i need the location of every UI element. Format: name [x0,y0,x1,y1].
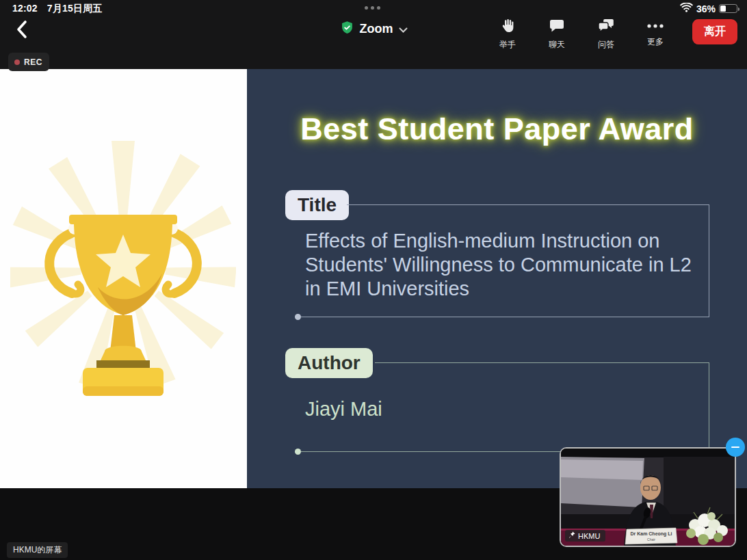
app-title: Zoom [360,22,393,36]
raise-hand-button[interactable]: 举手 [493,18,523,51]
author-box-dot [295,449,301,455]
wifi-icon [680,3,693,14]
participant-name-badge: HKMU [565,530,605,542]
participant-video-thumbnail[interactable]: Dr Kam Cheong Li Chair HKMU [560,447,736,547]
recording-label: REC [24,57,42,67]
more-label: 更多 [647,36,664,48]
pin-icon [568,531,575,540]
qa-button[interactable]: 问答 [591,18,621,51]
name-card-line1: Dr Kam Cheong Li [630,531,672,537]
shared-screen-slide: Best Student Paper Award Title Effects o… [0,69,747,488]
screen-share-label: HKMU的屏幕 [7,542,68,558]
more-button[interactable]: 更多 [640,18,670,48]
title-section-label: Title [285,190,349,220]
chat-label: 聊天 [549,39,565,51]
trophy-illustration [10,134,236,435]
more-icon [646,18,664,34]
qa-icon [598,18,614,37]
meeting-info-dropdown[interactable]: Zoom [340,21,408,38]
chat-button[interactable]: 聊天 [542,18,572,51]
leave-button[interactable]: 离开 [692,19,737,44]
back-button[interactable] [10,18,33,41]
raise-hand-label: 举手 [499,39,516,51]
zoom-meeting-screen: 12:027月15日周五 36% Zoom [0,0,747,560]
paper-title-text: Effects of English-medium Instruction on… [305,229,692,301]
security-shield-icon [340,21,354,38]
title-box-line-right [709,204,709,317]
meeting-controls: 举手 聊天 问答 更多 离开 [493,18,737,51]
minus-icon [731,446,739,449]
chevron-down-icon [399,23,408,36]
author-name-text: Jiayi Mai [305,398,382,421]
status-indicators: 36% [680,3,737,14]
qa-label: 问答 [598,39,614,51]
author-section-label: Author [285,348,373,378]
slide-heading: Best Student Paper Award [247,111,747,147]
raise-hand-icon [499,18,516,37]
chat-icon [549,18,565,37]
author-box-line-right [709,362,709,452]
title-box-line-bottom [298,317,709,317]
minimize-thumbnail-button[interactable] [726,438,745,457]
recording-dot-icon [14,59,20,65]
battery-percent: 36% [696,3,716,14]
top-bar: 12:027月15日周五 36% Zoom [0,0,747,69]
title-box-dot [295,314,301,320]
status-time: 12:02 [12,3,38,14]
author-box-line-top [375,362,709,363]
participant-name: HKMU [578,532,600,540]
status-time-date: 12:027月15日周五 [12,3,103,15]
title-box-line-top [347,204,709,205]
name-card-line2: Chair [647,537,655,542]
recording-indicator: REC [8,53,49,71]
slide-left-panel [0,69,247,488]
status-date: 7月15日周五 [47,3,103,14]
battery-icon [719,4,737,13]
app-options-handle[interactable] [365,6,380,10]
